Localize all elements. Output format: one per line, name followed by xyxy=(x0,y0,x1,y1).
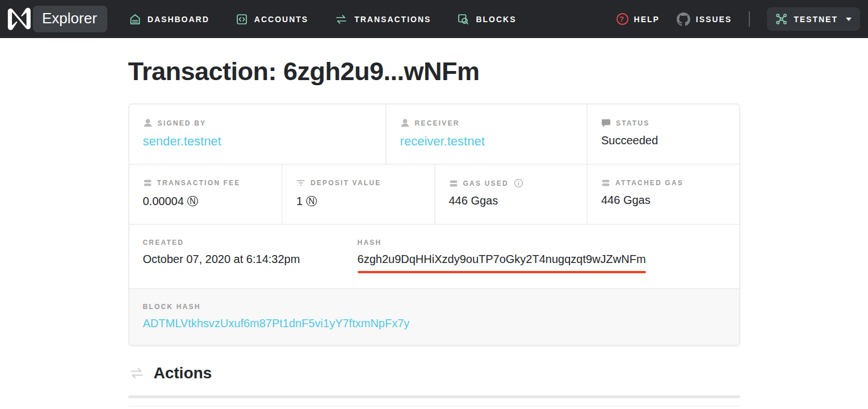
hash-label-row: HASH xyxy=(358,239,726,247)
created-label-row: CREATED xyxy=(143,239,330,247)
receiver-label-row: RECEIVER xyxy=(400,118,573,128)
transaction-fee-value: 0.00004 Ⓝ xyxy=(143,194,269,209)
help-label: HELP xyxy=(634,15,660,24)
nav-item-accounts[interactable]: ACCOUNTS xyxy=(236,13,308,26)
created-cell: CREATED October 07, 2020 at 6:14:32pm xyxy=(129,225,344,288)
network-selector-button[interactable]: TESTNET xyxy=(767,7,860,31)
receiver-cell: RECEIVER receiver.testnet xyxy=(385,105,586,164)
actions-header: Actions xyxy=(128,364,740,382)
chevron-down-icon xyxy=(846,18,852,21)
attached-gas-label: ATTACHED GAS xyxy=(615,179,684,187)
status-value: Succeeded xyxy=(601,134,726,147)
user-icon xyxy=(143,118,153,128)
nav-item-label: ACCOUNTS xyxy=(254,15,308,24)
network-graph-icon xyxy=(775,13,787,25)
info-icon[interactable] xyxy=(514,178,523,188)
hash-highlight-underline xyxy=(358,271,646,273)
actions-divider-bar xyxy=(128,395,740,398)
gas-used-value: 446 Ggas xyxy=(449,194,573,207)
main-nav: DASHBOARD ACCOUNTS TRANSACTIONS xyxy=(129,13,517,26)
deposit-value-cell: DEPOSIT VALUE 1 Ⓝ xyxy=(282,165,434,224)
home-icon xyxy=(129,13,141,26)
details-row-3: CREATED October 07, 2020 at 6:14:32pm HA… xyxy=(129,224,739,288)
nav-item-label: DASHBOARD xyxy=(148,15,209,24)
status-cell: STATUS Succeeded xyxy=(586,105,739,164)
hash-value: 6zgh2u9DqHHiXzdy9ouTP7oGky2T4nugqzqt9wJZ… xyxy=(358,253,646,266)
help-link[interactable]: ? HELP xyxy=(617,13,660,25)
created-label: CREATED xyxy=(143,239,184,247)
near-logo-icon xyxy=(6,6,32,32)
gas-used-label: GAS USED xyxy=(463,180,509,187)
status-label-row: STATUS xyxy=(601,118,726,128)
nav-item-dashboard[interactable]: DASHBOARD xyxy=(129,13,209,26)
nav-utilities: ? HELP ISSUES xyxy=(617,7,860,31)
actions-swap-arrows-icon xyxy=(128,366,145,381)
details-row-1: SIGNED BY sender.testnet RECEIVER receiv… xyxy=(129,105,739,164)
deposit-value-label-row: DEPOSIT VALUE xyxy=(296,178,421,187)
issues-label: ISSUES xyxy=(696,15,732,24)
help-question-icon: ? xyxy=(617,13,628,25)
brand-explorer-label: Explorer xyxy=(33,6,107,32)
coin-stack-icon xyxy=(143,178,152,187)
swap-arrows-icon xyxy=(334,13,348,26)
transaction-fee-label: TRANSACTION FEE xyxy=(157,179,241,187)
block-search-icon xyxy=(457,13,469,26)
signed-by-cell: SIGNED BY sender.testnet xyxy=(129,105,385,164)
code-brackets-icon xyxy=(236,13,248,26)
page-title: Transaction: 6zgh2u9...wNFm xyxy=(128,57,740,86)
top-navbar: Explorer DASHBOARD ACCOUNTS xyxy=(0,0,868,38)
signed-by-label-row: SIGNED BY xyxy=(143,118,372,128)
attached-gas-label-row: ATTACHED GAS xyxy=(601,178,726,187)
deposit-value-label: DEPOSIT VALUE xyxy=(311,179,381,187)
transaction-details-card: SIGNED BY sender.testnet RECEIVER receiv… xyxy=(128,103,740,346)
details-row-2: TRANSACTION FEE 0.00004 Ⓝ DEPOSIT VALUE … xyxy=(129,164,739,224)
coin-stack-icon xyxy=(601,178,610,187)
hash-cell: HASH 6zgh2u9DqHHiXzdy9ouTP7oGky2T4nugqzq… xyxy=(344,225,739,288)
main-content: Transaction: 6zgh2u9...wNFm SIGNED BY se… xyxy=(128,57,740,409)
block-hash-link[interactable]: ADTMLVtkhsvzUxuf6m87Pt1dnF5vi1yY7ftxmNpF… xyxy=(143,317,410,329)
coin-stack-icon xyxy=(449,179,458,188)
transaction-fee-label-row: TRANSACTION FEE xyxy=(143,178,269,187)
deposit-value-value: 1 Ⓝ xyxy=(296,194,421,209)
brand[interactable]: Explorer xyxy=(6,6,107,32)
gas-used-cell: GAS USED 446 Ggas xyxy=(434,165,587,224)
signer-account-link[interactable]: sender.testnet xyxy=(143,134,221,148)
issues-link[interactable]: ISSUES xyxy=(677,12,732,26)
user-icon xyxy=(400,118,410,128)
receiver-account-link[interactable]: receiver.testnet xyxy=(400,134,485,148)
block-hash-row: BLOCK HASH ADTMLVtkhsvzUxuf6m87Pt1dnF5vi… xyxy=(129,288,739,345)
nav-item-label: BLOCKS xyxy=(476,15,516,24)
navbar-divider xyxy=(749,11,750,27)
action-row: Transferred 1 Ⓝ to receiver.testnet xyxy=(128,406,740,409)
actions-title: Actions xyxy=(154,364,212,382)
status-label: STATUS xyxy=(616,119,649,127)
signed-by-label: SIGNED BY xyxy=(158,119,207,127)
block-hash-cell: BLOCK HASH ADTMLVtkhsvzUxuf6m87Pt1dnF5vi… xyxy=(129,289,739,345)
hash-label: HASH xyxy=(358,239,382,247)
nav-item-blocks[interactable]: BLOCKS xyxy=(457,13,516,26)
attached-gas-value: 446 Ggas xyxy=(601,194,726,207)
receiver-label: RECEIVER xyxy=(415,119,460,127)
created-value: October 07, 2020 at 6:14:32pm xyxy=(143,253,330,266)
filter-funnel-icon xyxy=(296,178,305,187)
gas-used-label-row: GAS USED xyxy=(449,178,573,188)
nav-item-label: TRANSACTIONS xyxy=(354,15,431,24)
block-hash-label: BLOCK HASH xyxy=(143,303,201,311)
chat-bubble-icon xyxy=(601,118,611,128)
transaction-fee-cell: TRANSACTION FEE 0.00004 Ⓝ xyxy=(129,165,282,224)
github-icon xyxy=(677,12,690,26)
nav-item-transactions[interactable]: TRANSACTIONS xyxy=(334,13,431,26)
network-label: TESTNET xyxy=(794,15,838,24)
block-hash-label-row: BLOCK HASH xyxy=(143,303,726,311)
attached-gas-cell: ATTACHED GAS 446 Ggas xyxy=(586,165,739,224)
